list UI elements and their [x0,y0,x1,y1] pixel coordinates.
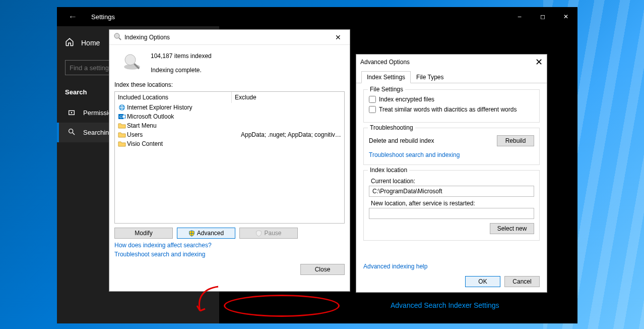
folder-icon [118,131,126,139]
advanced-indexing-help-link[interactable]: Advanced indexing help [363,263,427,270]
troubleshooting-group: Troubleshooting Delete and rebuild index… [363,128,540,165]
tab-index-settings[interactable]: Index Settings [361,71,411,83]
svg-line-5 [119,38,121,40]
table-row[interactable]: Internet Explorer History [115,103,344,112]
index-locations-label: Index these locations: [114,81,345,88]
encrypted-files-checkbox[interactable] [369,96,376,103]
indexing-big-icon [121,51,143,74]
outlook-icon: O [118,113,126,121]
locations-table: Included Locations Exclude Internet Expl… [114,91,345,224]
row-name: Start Menu [127,122,241,129]
pause-button[interactable]: Pause [239,228,298,239]
indexing-status: Indexing complete. [151,66,212,74]
svg-point-4 [114,33,119,38]
advanced-title: Advanced Options [360,59,410,66]
new-location-value [369,208,534,219]
col-exclude[interactable]: Exclude [232,92,344,103]
diacritics-row[interactable]: Treat similar words with diacritics as d… [369,106,534,113]
search-icon [67,128,76,137]
close-button[interactable]: Close [300,264,345,275]
svg-point-2 [69,129,73,133]
index-location-group: Index location Current location: C:\Prog… [363,170,540,241]
shield-icon [255,230,262,237]
select-new-button[interactable]: Select new [490,223,534,234]
advanced-indexer-link[interactable]: Advanced Search Indexer Settings [391,301,499,309]
items-indexed-count: 104,187 items indexed [151,52,212,60]
advanced-titlebar: Advanced Options ✕ [356,54,547,70]
current-location-label: Current location: [371,178,534,185]
rebuild-button[interactable]: Rebuild [497,135,534,146]
advanced-button-label: Advanced [197,230,224,237]
new-location-label: New location, after service is restarted… [371,200,534,207]
permissions-icon [67,108,76,118]
ie-icon [118,103,126,112]
advanced-button[interactable]: Advanced [177,228,235,239]
table-row[interactable]: UsersAppData; .nuget; AppData; cognitive… [115,130,344,139]
tab-file-types[interactable]: File Types [411,71,449,83]
back-arrow-icon[interactable]: ← [68,12,77,22]
how-indexing-affects-link[interactable]: How does indexing affect searches? [114,242,345,249]
diacritics-label: Treat similar words with diacritics as d… [379,106,517,113]
svg-text:O: O [119,115,122,119]
advanced-close-button[interactable]: ✕ [528,57,543,68]
indexing-title-icon [113,32,121,42]
folder-icon [118,122,126,130]
folder-icon [118,140,126,148]
minimize-button[interactable]: – [508,7,531,26]
shield-icon [188,230,195,237]
svg-point-1 [71,113,72,113]
col-included[interactable]: Included Locations [115,92,232,103]
row-name: Users [127,131,241,138]
table-row[interactable]: Start Menu [115,121,344,130]
maximize-button[interactable]: ◻ [531,7,554,26]
svg-point-7 [125,54,136,65]
svg-rect-12 [122,115,125,118]
troubleshoot-link[interactable]: Troubleshoot search and indexing [114,251,345,258]
settings-title: Settings [91,13,115,21]
index-location-label: Index location [368,167,409,174]
file-settings-label: File Settings [368,86,405,93]
encrypted-files-label: Index encrypted files [379,96,434,103]
troubleshooting-label: Troubleshooting [368,124,415,131]
indexing-titlebar: Indexing Options ✕ [109,30,350,45]
indexing-close-button[interactable]: ✕ [331,33,346,41]
indexing-title: Indexing Options [124,34,170,41]
close-button[interactable]: ✕ [554,7,577,26]
advanced-options-dialog: Advanced Options ✕ Index Settings File T… [356,54,547,293]
diacritics-checkbox[interactable] [369,106,376,113]
settings-titlebar: ← Settings – ◻ ✕ [57,7,577,26]
row-name: Microsoft Outlook [127,113,241,120]
row-exclude: AppData; .nuget; AppData; cognitive-serv… [241,131,341,138]
table-row[interactable]: Visio Content [115,139,344,148]
indexing-options-dialog: Indexing Options ✕ 104,187 items indexed… [109,29,350,292]
troubleshoot-search-link[interactable]: Troubleshoot search and indexing [369,151,460,158]
pause-button-label: Pause [264,230,281,237]
advanced-tabs: Index Settings File Types [356,71,547,83]
current-location-value: C:\ProgramData\Microsoft [369,186,534,197]
home-icon [65,37,74,48]
cancel-button[interactable]: Cancel [504,276,540,287]
ok-button[interactable]: OK [465,276,500,287]
sidebar-home-label: Home [81,39,100,47]
row-name: Visio Content [127,140,241,147]
file-settings-group: File Settings Index encrypted files Trea… [363,89,540,123]
svg-line-3 [73,133,75,135]
row-name: Internet Explorer History [127,104,241,111]
modify-button[interactable]: Modify [114,228,173,239]
table-row[interactable]: OMicrosoft Outlook [115,112,344,121]
encrypted-files-row[interactable]: Index encrypted files [369,96,534,103]
rebuild-label: Delete and rebuild index [369,137,434,144]
